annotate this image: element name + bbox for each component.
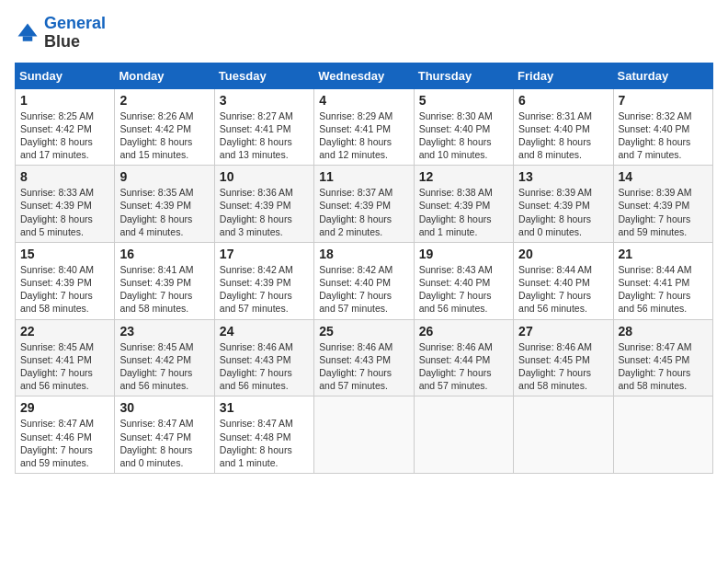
day-number: 13 — [518, 169, 608, 184]
calendar-cell: 26Sunrise: 8:46 AMSunset: 4:44 PMDayligh… — [414, 319, 513, 396]
day-info: Sunrise: 8:42 AMSunset: 4:40 PMDaylight:… — [319, 263, 408, 316]
day-number: 30 — [119, 400, 209, 415]
calendar-cell: 2Sunrise: 8:26 AMSunset: 4:42 PMDaylight… — [115, 88, 214, 166]
calendar-cell: 4Sunrise: 8:29 AMSunset: 4:41 PMDaylight… — [314, 88, 414, 166]
day-info: Sunrise: 8:40 AMSunset: 4:39 PMDaylight:… — [20, 263, 109, 316]
day-info: Sunrise: 8:46 AMSunset: 4:43 PMDaylight:… — [220, 340, 309, 393]
col-header-friday: Friday — [514, 63, 613, 88]
day-number: 24 — [220, 324, 309, 339]
day-info: Sunrise: 8:36 AMSunset: 4:39 PMDaylight:… — [220, 186, 309, 238]
calendar-cell: 28Sunrise: 8:47 AMSunset: 4:45 PMDayligh… — [613, 319, 712, 396]
calendar-cell: 24Sunrise: 8:46 AMSunset: 4:43 PMDayligh… — [214, 319, 313, 396]
day-number: 26 — [419, 324, 508, 339]
calendar-cell: 25Sunrise: 8:46 AMSunset: 4:43 PMDayligh… — [314, 319, 414, 396]
calendar-cell: 29Sunrise: 8:47 AMSunset: 4:46 PMDayligh… — [16, 396, 115, 474]
day-info: Sunrise: 8:46 AMSunset: 4:45 PMDaylight:… — [518, 340, 608, 393]
calendar-week-3: 15Sunrise: 8:40 AMSunset: 4:39 PMDayligh… — [16, 242, 713, 319]
calendar-cell: 13Sunrise: 8:39 AMSunset: 4:39 PMDayligh… — [514, 166, 613, 243]
day-number: 23 — [119, 324, 209, 339]
day-info: Sunrise: 8:38 AMSunset: 4:39 PMDaylight:… — [419, 186, 508, 238]
day-number: 16 — [119, 247, 209, 261]
calendar-week-1: 1Sunrise: 8:25 AMSunset: 4:42 PMDaylight… — [16, 88, 713, 166]
day-number: 11 — [319, 169, 408, 184]
calendar-cell: 22Sunrise: 8:45 AMSunset: 4:41 PMDayligh… — [16, 319, 115, 396]
day-info: Sunrise: 8:46 AMSunset: 4:43 PMDaylight:… — [319, 340, 408, 393]
calendar-cell: 5Sunrise: 8:30 AMSunset: 4:40 PMDaylight… — [414, 88, 513, 166]
day-number: 22 — [20, 324, 109, 339]
day-info: Sunrise: 8:41 AMSunset: 4:39 PMDaylight:… — [119, 263, 209, 316]
calendar-cell — [414, 396, 513, 474]
day-number: 3 — [220, 93, 309, 108]
day-number: 19 — [419, 247, 508, 261]
day-number: 15 — [20, 247, 109, 261]
calendar-cell: 11Sunrise: 8:37 AMSunset: 4:39 PMDayligh… — [314, 166, 414, 243]
calendar-cell: 17Sunrise: 8:42 AMSunset: 4:39 PMDayligh… — [214, 242, 313, 319]
day-info: Sunrise: 8:42 AMSunset: 4:39 PMDaylight:… — [220, 263, 309, 316]
col-header-sunday: Sunday — [16, 63, 115, 88]
day-info: Sunrise: 8:44 AMSunset: 4:41 PMDaylight:… — [619, 263, 708, 316]
day-number: 21 — [619, 247, 708, 261]
day-number: 6 — [518, 93, 608, 108]
day-number: 2 — [119, 93, 209, 108]
calendar-cell: 10Sunrise: 8:36 AMSunset: 4:39 PMDayligh… — [214, 166, 313, 243]
logo-text: GeneralBlue — [44, 15, 106, 52]
calendar-cell: 27Sunrise: 8:46 AMSunset: 4:45 PMDayligh… — [514, 319, 613, 396]
day-number: 12 — [419, 169, 508, 184]
calendar-header-row: SundayMondayTuesdayWednesdayThursdayFrid… — [16, 63, 713, 88]
day-info: Sunrise: 8:32 AMSunset: 4:40 PMDaylight:… — [619, 109, 708, 162]
day-info: Sunrise: 8:37 AMSunset: 4:39 PMDaylight:… — [319, 186, 408, 238]
calendar-cell: 19Sunrise: 8:43 AMSunset: 4:40 PMDayligh… — [414, 242, 513, 319]
day-info: Sunrise: 8:44 AMSunset: 4:40 PMDaylight:… — [518, 263, 608, 316]
calendar-cell — [314, 396, 414, 474]
svg-rect-1 — [23, 36, 33, 40]
col-header-monday: Monday — [115, 63, 214, 88]
calendar-cell: 30Sunrise: 8:47 AMSunset: 4:47 PMDayligh… — [115, 396, 214, 474]
day-number: 27 — [518, 324, 608, 339]
calendar-week-2: 8Sunrise: 8:33 AMSunset: 4:39 PMDaylight… — [16, 166, 713, 243]
calendar-cell: 16Sunrise: 8:41 AMSunset: 4:39 PMDayligh… — [115, 242, 214, 319]
calendar-cell: 31Sunrise: 8:47 AMSunset: 4:48 PMDayligh… — [214, 396, 313, 474]
day-number: 29 — [20, 400, 109, 415]
svg-marker-0 — [18, 23, 38, 36]
calendar-table: SundayMondayTuesdayWednesdayThursdayFrid… — [15, 63, 713, 474]
day-number: 8 — [20, 169, 109, 184]
calendar-cell — [514, 396, 613, 474]
logo-icon — [15, 20, 40, 46]
day-number: 31 — [220, 400, 309, 415]
day-number: 10 — [220, 169, 309, 184]
day-number: 4 — [319, 93, 408, 108]
day-number: 5 — [419, 93, 508, 108]
day-number: 28 — [619, 324, 708, 339]
day-info: Sunrise: 8:47 AMSunset: 4:46 PMDaylight:… — [20, 417, 109, 469]
day-info: Sunrise: 8:47 AMSunset: 4:47 PMDaylight:… — [119, 417, 209, 469]
col-header-wednesday: Wednesday — [314, 63, 414, 88]
col-header-thursday: Thursday — [414, 63, 513, 88]
day-number: 25 — [319, 324, 408, 339]
day-number: 20 — [518, 247, 608, 261]
day-number: 9 — [119, 169, 209, 184]
calendar-week-4: 22Sunrise: 8:45 AMSunset: 4:41 PMDayligh… — [16, 319, 713, 396]
calendar-cell: 6Sunrise: 8:31 AMSunset: 4:40 PMDaylight… — [514, 88, 613, 166]
day-info: Sunrise: 8:25 AMSunset: 4:42 PMDaylight:… — [20, 109, 109, 162]
calendar-cell: 20Sunrise: 8:44 AMSunset: 4:40 PMDayligh… — [514, 242, 613, 319]
day-info: Sunrise: 8:43 AMSunset: 4:40 PMDaylight:… — [419, 263, 508, 316]
day-info: Sunrise: 8:35 AMSunset: 4:39 PMDaylight:… — [119, 186, 209, 238]
calendar-cell — [613, 396, 712, 474]
day-info: Sunrise: 8:29 AMSunset: 4:41 PMDaylight:… — [319, 109, 408, 162]
day-info: Sunrise: 8:47 AMSunset: 4:45 PMDaylight:… — [619, 340, 708, 393]
calendar-cell: 12Sunrise: 8:38 AMSunset: 4:39 PMDayligh… — [414, 166, 513, 243]
calendar-cell: 8Sunrise: 8:33 AMSunset: 4:39 PMDaylight… — [16, 166, 115, 243]
day-info: Sunrise: 8:30 AMSunset: 4:40 PMDaylight:… — [419, 109, 508, 162]
day-info: Sunrise: 8:45 AMSunset: 4:42 PMDaylight:… — [119, 340, 209, 393]
day-info: Sunrise: 8:26 AMSunset: 4:42 PMDaylight:… — [119, 109, 209, 162]
page-header: GeneralBlue — [15, 15, 713, 52]
calendar-cell: 3Sunrise: 8:27 AMSunset: 4:41 PMDaylight… — [214, 88, 313, 166]
day-number: 18 — [319, 247, 408, 261]
day-info: Sunrise: 8:39 AMSunset: 4:39 PMDaylight:… — [518, 186, 608, 238]
day-number: 17 — [220, 247, 309, 261]
calendar-cell: 15Sunrise: 8:40 AMSunset: 4:39 PMDayligh… — [16, 242, 115, 319]
calendar-cell: 1Sunrise: 8:25 AMSunset: 4:42 PMDaylight… — [16, 88, 115, 166]
calendar-cell: 23Sunrise: 8:45 AMSunset: 4:42 PMDayligh… — [115, 319, 214, 396]
calendar-cell: 21Sunrise: 8:44 AMSunset: 4:41 PMDayligh… — [613, 242, 712, 319]
day-info: Sunrise: 8:39 AMSunset: 4:39 PMDaylight:… — [619, 186, 708, 238]
